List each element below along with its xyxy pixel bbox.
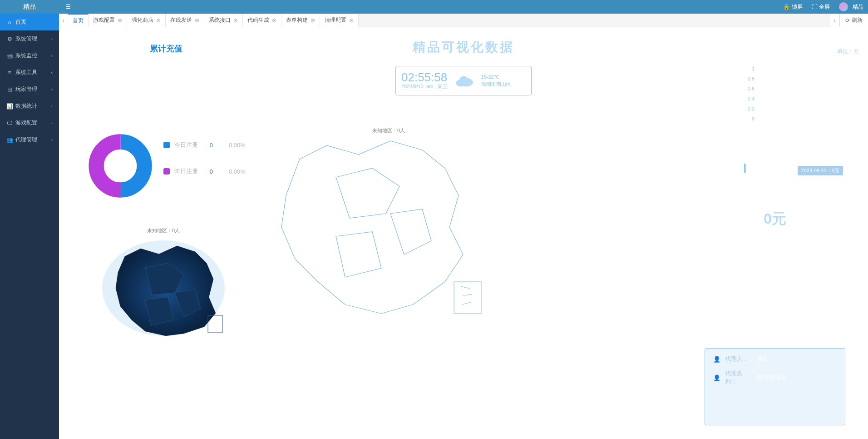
sidebar-item-7[interactable]: 👥代理管理‹ (0, 131, 59, 148)
china-map-light (254, 123, 490, 323)
chart-cursor (745, 164, 745, 173)
book-icon: ▤ (6, 86, 13, 93)
map-dark-label: 未知地区：0人 (100, 227, 227, 234)
china-map-dark (100, 236, 227, 336)
tab-6[interactable]: 表单构建⊗ (281, 14, 320, 27)
bars-icon: ≡ (6, 70, 13, 76)
brand-logo: 精品 (0, 0, 59, 14)
page-title: 精品可视化数据 (413, 39, 514, 56)
tab-3[interactable]: 在线发送⊗ (166, 14, 204, 27)
total-amount: 0元 (764, 209, 786, 229)
agent-info-card: 👤 代理人： 精品 👤 代理类别： 超级管理员 (705, 348, 845, 425)
svg-point-2 (459, 76, 468, 82)
donut-legend: 今日注册 0 0.00% 昨日注册 0 0.00% (163, 141, 246, 194)
tab-7[interactable]: 清理配置⊗ (320, 14, 359, 27)
chevron-left-icon: ‹ (51, 87, 53, 92)
tab-1[interactable]: 游戏配置⊗ (89, 14, 127, 27)
weather-cloud-icon (453, 72, 476, 90)
chevron-left-icon: ‹ (51, 53, 53, 58)
menu-toggle-icon[interactable]: ☰ (59, 4, 77, 10)
camera-icon: 📹 (6, 53, 13, 59)
section-title: 累计充值 (150, 43, 182, 54)
tab-2[interactable]: 强化商店⊗ (127, 14, 166, 27)
tab-5[interactable]: 代码生成⊗ (243, 14, 281, 27)
tab-4[interactable]: 系统接口⊗ (204, 14, 243, 27)
close-icon[interactable]: ⊗ (195, 17, 199, 24)
close-icon[interactable]: ⊗ (118, 17, 122, 24)
chevron-left-icon: ‹ (51, 137, 53, 142)
role-icon: 👤 (713, 374, 720, 381)
user-icon: 👤 (713, 356, 720, 363)
fullscreen-icon: ⛶ (812, 4, 817, 10)
lock-icon: 🔒 (783, 4, 790, 10)
unit-label: 单位：元 (837, 48, 859, 55)
sidebar-item-1[interactable]: ⚙系统管理‹ (0, 30, 59, 47)
clock-time: 02:55:58 (401, 71, 448, 83)
home-icon: ⌂ (6, 19, 13, 25)
sidebar-item-5[interactable]: 📊数据统计‹ (0, 98, 59, 115)
chevron-left-icon: ‹ (51, 36, 53, 41)
users-icon: 👥 (6, 137, 13, 143)
tab-0[interactable]: 首页 (68, 14, 89, 27)
legend-swatch-today (163, 142, 170, 148)
refresh-button[interactable]: ⟳ 刷新 (839, 14, 868, 27)
dashboard: 精品可视化数据 累计充值 单位：元 02:55:58 2023/9/13 am … (59, 27, 868, 439)
sidebar-item-4[interactable]: ▤玩家管理‹ (0, 81, 59, 98)
chart-icon: 📊 (6, 103, 13, 110)
topbar: ☰ 🔒 锁屏 ⛶ 全屏 精品 (59, 0, 868, 14)
sidebar-item-3[interactable]: ≡系统工具‹ (0, 64, 59, 81)
fullscreen-button[interactable]: ⛶ 全屏 (807, 3, 834, 11)
tab-strip: ‹ 首页游戏配置⊗强化商店⊗在线发送⊗系统接口⊗代码生成⊗表单构建⊗清理配置⊗ … (59, 14, 868, 27)
tab-scroll-right[interactable]: › (830, 14, 839, 27)
chevron-left-icon: ‹ (51, 120, 53, 125)
gear-icon: ⚙ (6, 36, 13, 42)
monitor-icon: 🖵 (6, 120, 13, 126)
refresh-icon: ⟳ (845, 17, 850, 24)
sidebar-item-2[interactable]: 📹系统监控‹ (0, 47, 59, 64)
close-icon[interactable]: ⊗ (349, 17, 354, 24)
chevron-left-icon: ‹ (51, 104, 53, 109)
clock-panel: 02:55:58 2023/9/13 am 周三 16-22℃ 深圳市南山区 (395, 66, 532, 95)
chevron-left-icon: ‹ (51, 70, 53, 75)
user-menu[interactable]: 精品 (834, 2, 868, 11)
close-icon[interactable]: ⊗ (233, 17, 238, 24)
svg-rect-5 (454, 282, 481, 314)
sidebar: 精品 ⌂首页⚙系统管理‹📹系统监控‹≡系统工具‹▤玩家管理‹📊数据统计‹🖵游戏配… (0, 0, 59, 439)
close-icon[interactable]: ⊗ (272, 17, 276, 24)
close-icon[interactable]: ⊗ (311, 17, 315, 24)
chart-tooltip: 2023-09-13：0元 (798, 166, 843, 175)
register-donut-chart (89, 134, 152, 198)
legend-swatch-yesterday (163, 168, 170, 175)
sidebar-item-0[interactable]: ⌂首页 (0, 14, 59, 30)
tab-scroll-left[interactable]: ‹ (59, 14, 68, 27)
bar-chart-axis: 10.80.60.40.20 (748, 64, 755, 124)
close-icon[interactable]: ⊗ (156, 17, 161, 24)
weather-text: 16-22℃ 深圳市南山区 (481, 74, 511, 88)
avatar (839, 2, 848, 11)
clock-date: 2023/9/13 am 周三 (401, 83, 448, 90)
lock-button[interactable]: 🔒 锁屏 (779, 3, 807, 11)
sidebar-item-6[interactable]: 🖵游戏配置‹ (0, 115, 59, 131)
china-map-dark-container: 未知地区：0人 (100, 227, 227, 338)
